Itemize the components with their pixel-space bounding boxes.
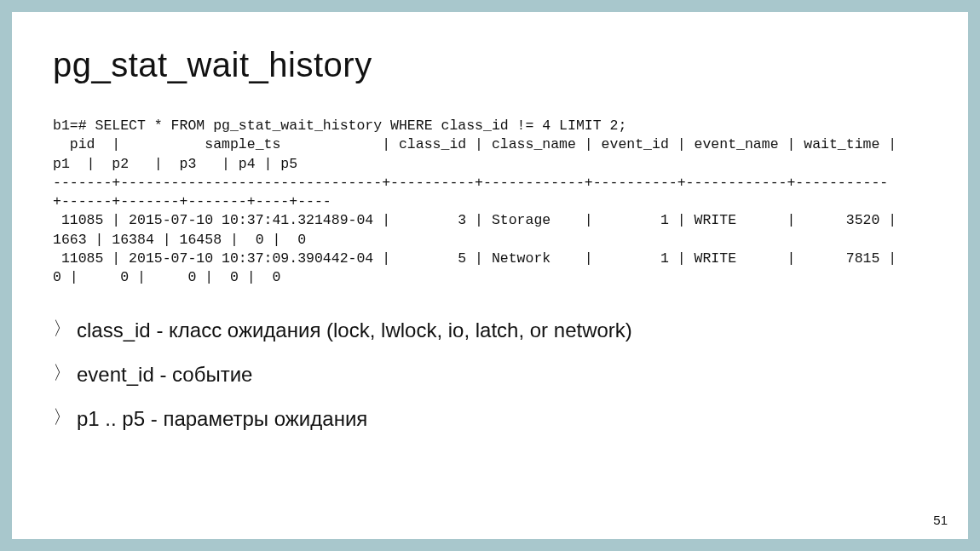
page-number: 51 [933, 513, 948, 527]
slide-title: pg_stat_wait_history [53, 46, 927, 84]
bullet-item: p1 .. p5 - параметры ожидания [53, 405, 927, 433]
slide: pg_stat_wait_history b1=# SELECT * FROM … [12, 12, 968, 539]
bullet-list: class_id - класс ожидания (lock, lwlock,… [53, 316, 927, 433]
sql-output-block: b1=# SELECT * FROM pg_stat_wait_history … [53, 117, 927, 287]
bullet-item: class_id - класс ожидания (lock, lwlock,… [53, 316, 927, 345]
bullet-item: event_id - событие [53, 360, 927, 389]
